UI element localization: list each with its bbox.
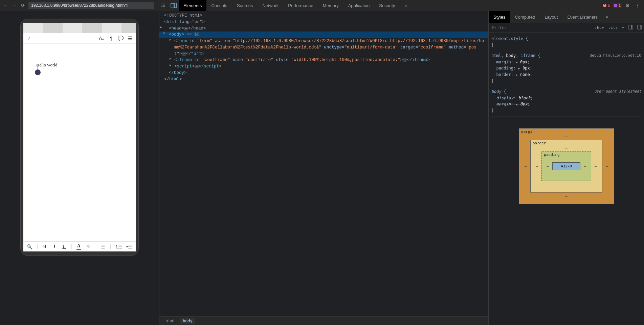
dom-tree[interactable]: <!DOCTYPE html> <html lang="en"> ▶<head>… [159,11,488,316]
filter-input[interactable] [489,23,593,33]
doc-color-swatches [23,23,136,33]
dom-html-open[interactable]: <html lang="en"> [159,19,488,25]
document-body[interactable]: Hello world [23,43,136,241]
paragraph-icon[interactable]: ¶ [108,35,114,41]
device-toolbar-icon[interactable] [169,0,179,11]
box-margin[interactable]: margin – – border – – [519,128,614,204]
tab-layout[interactable]: Layout [540,11,562,23]
issues-badge[interactable]: 1 [613,3,622,8]
error-badge[interactable]: 5 [602,3,611,8]
dom-head[interactable]: ▶<head>⋯</head> [159,25,488,32]
tab-application[interactable]: Application [343,0,375,11]
toolbar-status-area: 5 1 ⚙ ⋮ [602,3,642,8]
rule-element-style[interactable]: element.style {} [491,34,641,51]
dom-body-close[interactable]: </body> [159,70,488,76]
dom-form[interactable]: ▶<form id="form" action="http://192.168.… [159,38,488,57]
tab-console[interactable]: Console [206,0,232,11]
tab-computed[interactable]: Computed [510,11,540,23]
font-icon[interactable]: Aₑ [98,35,105,41]
search-icon[interactable]: 🔍 [27,244,32,249]
layout-toggle-icon[interactable] [626,25,635,31]
underline-icon[interactable]: U [62,244,67,249]
svg-rect-4 [632,25,633,29]
tab-sources[interactable]: Sources [232,0,258,11]
rule-user-agent[interactable]: user agent stylesheet body { display: bl… [491,87,641,117]
nav-reload-button[interactable]: ⟳ [20,2,26,9]
cls-button[interactable]: .cls [606,25,620,30]
device-preview-pane: ✓ Aₑ ¶ 💬 ☰ Hello world 🔍 B I [0,11,159,325]
tab-styles[interactable]: Styles [489,11,510,23]
tab-security[interactable]: Security [374,0,400,11]
box-content[interactable]: 432×0 [552,162,580,170]
dom-html-close[interactable]: </html> [159,76,488,83]
check-icon[interactable]: ✓ [26,35,32,41]
font-color-icon[interactable]: A [76,243,82,250]
devtools-tabs: Elements Console Sources Network Perform… [158,0,412,11]
svg-rect-3 [629,25,631,29]
box-border[interactable]: border – – padding – [530,140,603,192]
bold-icon[interactable]: B [42,244,47,249]
dom-body-selected[interactable]: ⋯▼<body> == $0 [159,32,488,38]
dom-doctype[interactable]: <!DOCTYPE html> [159,13,488,19]
more-icon[interactable]: ⋮ [633,3,642,8]
device-screen: ✓ Aₑ ¶ 💬 ☰ Hello world 🔍 B I [23,23,136,251]
issues-count: 1 [619,3,621,7]
add-rule-icon[interactable]: + [620,25,626,30]
rule-source-link[interactable]: debug.html?…orld.odt:10 [590,53,641,58]
document-text: Hello world [36,62,57,67]
error-count: 5 [608,3,610,7]
tab-elements[interactable]: Elements [179,0,206,11]
italic-icon[interactable]: I [52,244,57,249]
align-icon[interactable]: ☰ [101,244,106,249]
rule-user-agent-label: user agent stylesheet [594,88,641,94]
svg-rect-5 [638,25,642,29]
breadcrumb: html body [159,316,488,325]
main-content: ✓ Aₑ ¶ 💬 ☰ Hello world 🔍 B I [0,11,644,325]
highlight-icon[interactable]: ✎ [86,244,91,249]
box-padding[interactable]: padding – – 432×0 – [541,151,591,181]
dom-script[interactable]: ▶<script>⋯</script> [159,63,488,70]
device-frame: ✓ Aₑ ¶ 💬 ☰ Hello world 🔍 B I [20,19,139,256]
tab-memory[interactable]: Memory [318,0,343,11]
tab-more-chev[interactable]: » [602,15,612,19]
tab-event-listeners[interactable]: Event Listeners [562,11,602,23]
nav-forward-button[interactable]: → [11,2,18,9]
styles-pane: Styles Computed Layout Event Listeners »… [488,11,644,325]
doc-bottom-toolbar: 🔍 B I U A ✎ ☰ 1☰ •☰ [23,241,136,251]
crumb-body[interactable]: body [180,318,195,324]
dom-tree-pane: <!DOCTYPE html> <html lang="en"> ▶<head>… [159,11,488,325]
tab-more[interactable]: » [400,0,412,11]
url-input[interactable] [28,2,154,9]
css-rules: element.style {} debug.html?…orld.odt:10… [489,33,644,118]
text-cursor-handle[interactable] [35,69,41,75]
svg-rect-1 [171,4,174,7]
chrome-top-toolbar: ← → ⟳ Elements Console Sources Network P… [0,0,644,11]
hamburger-icon[interactable]: ☰ [127,35,133,41]
hov-button[interactable]: :hov [593,25,606,30]
doc-toolbar: ✓ Aₑ ¶ 💬 ☰ [23,33,136,43]
tab-network[interactable]: Network [258,0,284,11]
svg-rect-2 [174,3,176,8]
computed-panel-toggle-icon[interactable] [635,25,644,31]
list-bullet-icon[interactable]: •☰ [126,244,132,249]
styles-tabs: Styles Computed Layout Event Listeners » [489,11,644,23]
styles-filter-row: :hov .cls + [489,23,644,33]
list-num-icon[interactable]: 1☰ [115,244,121,249]
rule-html-body-iframe[interactable]: debug.html?…orld.odt:10 html, body, ifra… [491,51,641,87]
inspect-element-icon[interactable] [158,0,169,11]
box-model-diagram: margin – – border – – [489,118,644,214]
nav-back-button[interactable]: ← [2,2,9,9]
settings-icon[interactable]: ⚙ [623,3,632,8]
dom-iframe[interactable]: ▶<iframe id="coolframe" name="coolframe"… [159,57,488,63]
crumb-html[interactable]: html [163,318,178,324]
comment-icon[interactable]: 💬 [117,35,124,41]
tab-performance[interactable]: Performance [283,0,318,11]
